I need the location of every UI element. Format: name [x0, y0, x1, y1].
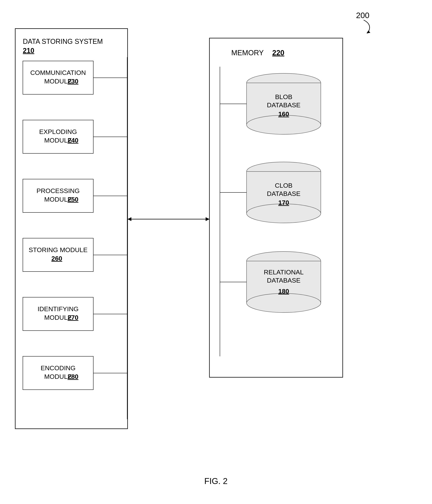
blob-label-line1: BLOB [275, 93, 292, 100]
memory-box [209, 38, 343, 377]
exploding-module-line2: MODULE [44, 137, 72, 144]
identifying-module-line1: IDENTIFYING [37, 305, 79, 313]
encoding-module-ref: 280 [68, 373, 79, 380]
comm-module-box [23, 61, 93, 94]
clob-label-line2: DATABASE [267, 190, 300, 197]
relational-label-line1: RELATIONAL [264, 269, 303, 276]
dss-box [15, 29, 128, 429]
clob-label-line1: CLOB [275, 182, 293, 189]
comm-module-ref: 230 [68, 78, 79, 85]
clob-cyl-top [247, 162, 321, 181]
storing-module-box [23, 238, 93, 271]
clob-label-ref: 170 [278, 199, 289, 206]
clob-cyl-body [247, 171, 321, 213]
storing-module-ref: 260 [51, 255, 62, 262]
memory-title-text: MEMORY [231, 49, 264, 57]
relational-label-line2: DATABASE [267, 277, 300, 284]
relational-cyl-bottom [247, 293, 321, 313]
memory-title-ref: 220 [272, 49, 284, 57]
arrow-right-head [206, 217, 209, 221]
encoding-module-line2: MODULE [44, 373, 72, 380]
relational-cyl-body [247, 261, 321, 303]
encoding-module-box [23, 356, 93, 390]
ref-200-curve [364, 20, 370, 33]
processing-module-box [23, 179, 93, 212]
relational-cyl-top [247, 252, 321, 270]
dss-title-ref: 210 [23, 47, 34, 54]
identifying-module-box [23, 297, 93, 331]
fig-caption: FIG. 2 [204, 476, 228, 486]
exploding-module-line1: EXPLODING [39, 128, 77, 135]
clob-cyl-bottom [247, 204, 321, 223]
blob-cyl-bottom [247, 115, 321, 134]
blob-label-ref: 160 [278, 110, 289, 117]
comm-module-line1: COMMUNICATION [30, 69, 86, 76]
relational-label-ref: 180 [278, 288, 289, 295]
comm-module-line2: MODULE [44, 78, 72, 85]
storing-module-line1: STORING MODULE [28, 246, 87, 253]
exploding-module-ref: 240 [68, 137, 79, 144]
processing-module-line2: MODULE [44, 196, 72, 203]
ref-200-label: 200 [356, 11, 369, 20]
blob-cyl-top [247, 73, 321, 92]
identifying-module-ref: 270 [68, 314, 79, 321]
blob-label-line2: DATABASE [267, 101, 300, 109]
identifying-module-line2: MODULE [44, 314, 72, 321]
blob-cyl-body [247, 83, 321, 125]
arrow-left-head [128, 217, 131, 221]
exploding-module-box [23, 120, 93, 153]
processing-module-ref: 250 [68, 196, 79, 203]
dss-title-line1: DATA STORING SYSTEM [23, 37, 103, 45]
processing-module-line1: PROCESSING [36, 187, 80, 194]
ref-200-arrowhead [367, 30, 370, 33]
encoding-module-line1: ENCODING [41, 364, 75, 372]
